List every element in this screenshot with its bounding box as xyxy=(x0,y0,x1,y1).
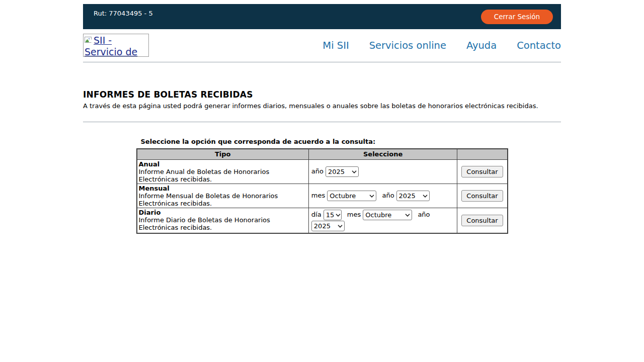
informes-table: Tipo Seleccione Anual Informe Anual de B… xyxy=(136,148,508,234)
mensual-anio-select[interactable]: 2025 xyxy=(396,191,430,201)
nav-contacto[interactable]: Contacto xyxy=(517,40,561,51)
site-header: SII - Servicio de Mi SII Servicios onlin… xyxy=(83,34,561,57)
nav-ayuda[interactable]: Ayuda xyxy=(466,40,497,51)
content-divider xyxy=(83,122,561,122)
row-mensual-title: Mensual xyxy=(139,185,307,192)
mensual-anio-label: año xyxy=(382,192,394,199)
page-container: Rut: 77043495 - 5 Cerrar Sesión SII - Se… xyxy=(83,4,561,234)
row-anual-description: Informe Anual de Boletas de Honorarios E… xyxy=(139,168,307,183)
diario-dia-label: día xyxy=(311,211,321,218)
nav-servicios-online[interactable]: Servicios online xyxy=(369,40,446,51)
table-row-mensual: Mensual Informe Mensual de Boletas de Ho… xyxy=(137,184,508,208)
diario-anio-select[interactable]: 2025 xyxy=(311,221,345,231)
col-header-tipo: Tipo xyxy=(137,149,309,159)
diario-mes-select[interactable]: Octubre xyxy=(363,210,412,220)
row-anual-title: Anual xyxy=(139,160,307,168)
header-divider xyxy=(83,62,561,62)
col-header-accion xyxy=(457,149,508,159)
col-header-seleccione: Seleccione xyxy=(308,149,457,159)
broken-image-icon xyxy=(85,35,93,46)
session-topbar: Rut: 77043495 - 5 Cerrar Sesión xyxy=(83,4,561,29)
anual-anio-label: año xyxy=(311,167,324,175)
diario-anio-label: año xyxy=(418,211,430,218)
consulta-section: Seleccione la opción que corresponda de … xyxy=(136,138,508,234)
row-mensual-description: Informe Mensual de Boletas de Honorarios… xyxy=(139,192,307,207)
logout-button[interactable]: Cerrar Sesión xyxy=(481,10,553,24)
row-diario-title: Diario xyxy=(139,209,307,216)
diario-mes-label: mes xyxy=(347,211,361,218)
consulta-caption: Seleccione la opción que corresponda de … xyxy=(136,138,508,145)
main-nav: Mi SII Servicios online Ayuda Contacto xyxy=(323,40,561,51)
table-row-anual: Anual Informe Anual de Boletas de Honora… xyxy=(137,159,508,184)
anual-anio-select[interactable]: 2025 xyxy=(326,166,359,177)
page-description: A través de esta página usted podrá gene… xyxy=(83,102,561,110)
mensual-mes-select[interactable]: Octubre xyxy=(327,191,376,201)
consultar-mensual-button[interactable]: Consultar xyxy=(461,190,503,202)
consultar-anual-button[interactable]: Consultar xyxy=(461,166,503,177)
diario-dia-select[interactable]: 15 xyxy=(324,210,342,220)
consultar-diario-button[interactable]: Consultar xyxy=(461,215,503,226)
page-title: INFORMES DE BOLETAS RECIBIDAS xyxy=(83,89,561,100)
sii-logo-link[interactable]: SII - Servicio de xyxy=(83,34,149,57)
nav-mi-sii[interactable]: Mi SII xyxy=(323,40,349,51)
table-row-diario: Diario Informe Diario de Boletas de Hono… xyxy=(137,208,508,233)
row-diario-description: Informe Diario de Boletas de Honorarios … xyxy=(139,216,307,231)
mensual-mes-label: mes xyxy=(311,192,325,199)
rut-label: Rut: 77043495 - 5 xyxy=(94,10,153,17)
table-header-row: Tipo Seleccione xyxy=(137,149,508,159)
